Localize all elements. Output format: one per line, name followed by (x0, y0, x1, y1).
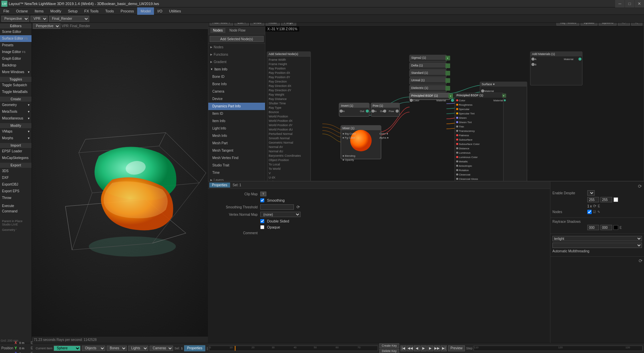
node-canvas[interactable]: X:-31 Y:138 Z:091% (265, 27, 644, 181)
z-envelope-icon[interactable]: E (31, 352, 33, 353)
double-sided-checkbox[interactable] (260, 219, 264, 223)
sidebar-item-execute-command[interactable]: Execute Command (0, 203, 32, 215)
sidebar-item-more-windows[interactable]: More Windows ▾ (0, 69, 32, 75)
filter-options-select[interactable]: terlight (552, 236, 642, 241)
color-swatch-black[interactable] (613, 225, 618, 230)
value-255-2-input[interactable] (600, 197, 612, 202)
mesh-tangent-item[interactable]: Mesh Tangent (208, 147, 265, 154)
opaque-checkbox[interactable] (260, 225, 264, 229)
view-mode-select[interactable]: Perspective (1, 16, 29, 22)
menu-io[interactable]: I/O (154, 7, 166, 15)
camera-item[interactable]: Camera (208, 88, 265, 95)
nodes-edit-icon[interactable]: ✎ (597, 210, 600, 214)
play-button[interactable]: ▶ (421, 345, 427, 351)
sidebar-item-miscellaneous[interactable]: Miscellaneous ▾ (0, 115, 32, 122)
sidebar-item-export-eps[interactable]: Export EPS (0, 188, 32, 195)
nodes-checkbox[interactable] (587, 210, 592, 214)
menu-modify[interactable]: Modify (47, 7, 64, 15)
vertex-normal-map-select[interactable]: (none) (260, 212, 301, 217)
properties-button[interactable]: Properties (184, 345, 206, 351)
viewport-mode-select[interactable]: Perspective (33, 23, 60, 29)
item-id-item[interactable]: Item ID (208, 110, 265, 117)
sidebar-item-3ds[interactable]: 3DS (0, 168, 32, 174)
mesh-part-item[interactable]: Mesh Part (208, 140, 265, 147)
close-button[interactable]: ✕ (635, 0, 644, 7)
menu-model[interactable]: Model (137, 7, 154, 15)
current-item-select[interactable]: Sphere (54, 346, 80, 351)
smoothing-checkbox[interactable] (260, 198, 264, 202)
minimize-button[interactable]: ─ (615, 0, 625, 7)
scroll-up-icon[interactable]: ⟳ (638, 184, 642, 189)
sidebar-item-scene-editor[interactable]: Scene Editor (0, 29, 32, 35)
cameras-select[interactable]: Cameras (150, 346, 173, 351)
lights-select[interactable]: Lights (128, 346, 148, 351)
smoothing-threshold-input[interactable]: 89.524655° (260, 204, 294, 210)
next-step-button[interactable]: ▶ (427, 345, 433, 351)
raytrace-000-2-input[interactable] (600, 225, 612, 230)
layers-group[interactable]: ▶ Layers (208, 176, 265, 181)
gradient-group[interactable]: ▶ Gradient (208, 58, 265, 66)
device-item[interactable]: Device (208, 95, 265, 103)
smoothing-expand-icon[interactable]: ⟳ (297, 205, 300, 209)
node-flow-tab[interactable]: Node Flow (227, 28, 248, 33)
menu-setup[interactable]: Setup (65, 7, 81, 15)
go-end-button[interactable]: ▶| (441, 345, 447, 351)
x-envelope-icon[interactable]: E (31, 341, 33, 345)
raytrace-000-1-input[interactable] (587, 225, 599, 230)
maximize-button[interactable]: □ (625, 0, 634, 7)
window-controls[interactable]: ─ □ ✕ (615, 0, 644, 7)
bones-select[interactable]: Bones (107, 346, 127, 351)
preview-button[interactable]: Preview (448, 345, 465, 351)
mesh-info-item[interactable]: Mesh Info (208, 132, 265, 140)
second-options-select[interactable] (552, 243, 642, 248)
enable-despite-select[interactable] (587, 190, 595, 196)
menu-process[interactable]: Process (117, 7, 138, 15)
sidebar-item-toggle-subpatch[interactable]: Toggle Subpatch (0, 82, 32, 89)
raytrace-e-button[interactable]: E (620, 226, 622, 230)
sidebar-item-surface-editor[interactable]: Surface Editor F5 (0, 35, 32, 42)
create-key-button[interactable]: Create Key (379, 343, 399, 348)
delete-key-button[interactable]: Delete Key (379, 349, 399, 353)
sidebar-item-throw[interactable]: Throw (0, 195, 32, 201)
menu-file[interactable]: File (0, 7, 13, 15)
sidebar-item-backdrop[interactable]: Backdrop (0, 62, 32, 69)
nodes-tab[interactable]: Nodes (210, 28, 225, 33)
sidebar-item-image-editor[interactable]: Image Editor F6 (0, 49, 32, 55)
item-info-group[interactable]: ▼ Item Info (208, 66, 265, 73)
y-envelope-icon[interactable]: E (31, 346, 33, 350)
dynamics-part-info-item[interactable]: Dynamics Part Info (208, 103, 265, 110)
sidebar-item-export-obj[interactable]: ExportOBJ (0, 181, 32, 188)
sidebar-item-morphs[interactable]: Morphs ▾ (0, 135, 32, 142)
bone-id-item[interactable]: Bone ID (208, 73, 265, 81)
menu-utilities[interactable]: Utilities (166, 7, 184, 15)
sidebar-item-vmaps[interactable]: VMaps ▾ (0, 128, 32, 135)
sidebar-item-toggle-metaballs[interactable]: Toggle MetaBalls (0, 89, 32, 95)
nodes-group[interactable]: ▶ Nodes (208, 44, 265, 51)
prev-step-button[interactable]: ◀ (414, 345, 420, 351)
studio-trait-item[interactable]: Studio Trait (208, 162, 265, 169)
time-item[interactable]: Time (208, 169, 265, 176)
light-info-item[interactable]: Light Info (208, 125, 265, 132)
functions-group[interactable]: ▶ Functions (208, 51, 265, 58)
vpr-select[interactable]: VPR (31, 16, 48, 22)
item-info-item[interactable]: Item Info (208, 117, 265, 125)
bone-info-item[interactable]: Bone Info (208, 81, 265, 88)
prev-frame-button[interactable]: ◀◀ (407, 345, 413, 351)
mesh-vertex-find-item[interactable]: Mesh Vertex Find (208, 154, 265, 162)
sidebar-item-graph-editor[interactable]: Graph Editor (0, 55, 32, 62)
clip-map-button[interactable]: T (260, 192, 266, 196)
go-start-button[interactable]: |◀ (400, 345, 407, 351)
render-preset-select[interactable]: Final_Render (49, 16, 89, 22)
sidebar-item-geometry[interactable]: Geometry ▾ (0, 102, 32, 108)
properties-tab[interactable]: Properties (209, 183, 230, 188)
sidebar-item-metatools[interactable]: MetaTools ▾ (0, 108, 32, 115)
menu-tools[interactable]: Tools (102, 7, 117, 15)
value-255-1-input[interactable] (587, 197, 599, 202)
sidebar-item-presets[interactable]: Presets (0, 42, 32, 49)
next-frame-button[interactable]: ▶▶ (434, 345, 440, 351)
sidebar-item-epsf-loader[interactable]: EPSF Loader (0, 148, 32, 155)
menu-items[interactable]: Items (31, 7, 47, 15)
nodes-check-icon[interactable]: ☑ (593, 210, 596, 214)
sidebar-item-mocap-skelegons[interactable]: MoCapSkelegons (0, 155, 32, 161)
timeline-track[interactable]: 0 10 20 30 40 50 60 70 (209, 346, 378, 351)
